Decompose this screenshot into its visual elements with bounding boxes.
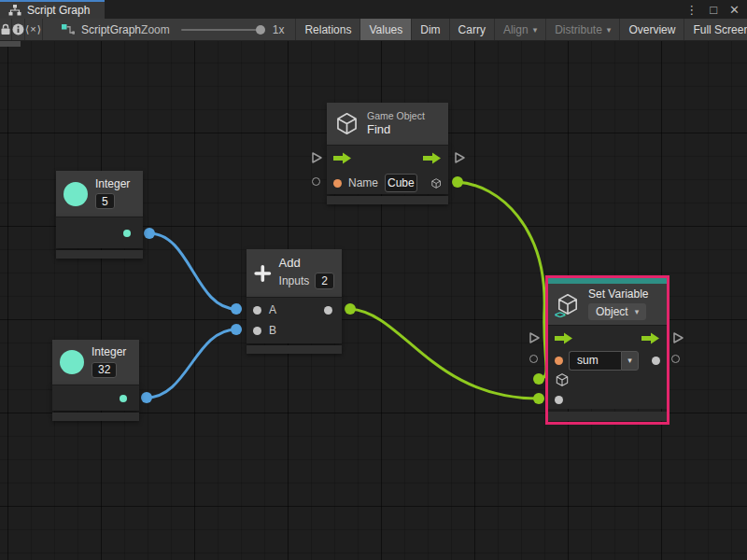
node-header[interactable]: Integer 5 (56, 171, 143, 217)
flow-out-arrow-icon[interactable] (423, 152, 442, 164)
variable-name-value: sum (569, 351, 621, 371)
input-port-object[interactable] (555, 372, 570, 387)
input-port-new-value[interactable] (555, 396, 563, 404)
toolbar-button-fullscreen[interactable]: Full Screen (684, 19, 747, 40)
node-footer (56, 250, 143, 259)
lock-icon (0, 23, 11, 35)
node-integer-a[interactable]: Integer 5 (56, 171, 143, 259)
inputs-count-field[interactable]: 2 (315, 273, 334, 289)
flow-in-arrow-icon[interactable] (333, 152, 352, 164)
wire-integer5-to-add-a[interactable] (149, 233, 236, 309)
node-footer (327, 196, 448, 204)
flow-in-arrow-icon[interactable] (555, 332, 573, 344)
wire-endpoint[interactable] (144, 228, 155, 239)
node-title: Add (279, 257, 301, 271)
graph-breadcrumb[interactable]: ScriptGraph (62, 19, 141, 40)
flow-in-port-triangle[interactable] (529, 331, 541, 344)
node-body (56, 217, 143, 248)
window-tab-bar: Script Graph ⋮ □ ✕ (0, 0, 747, 19)
input-port-name[interactable] (333, 179, 342, 188)
add-icon (254, 261, 272, 286)
node-gameobject-find[interactable]: Game Object Find Name Cube (327, 103, 448, 204)
node-header[interactable]: Integer 32 (52, 340, 139, 385)
node-title: Set Variable (588, 288, 648, 301)
node-title: Find (367, 123, 390, 137)
output-port-integer[interactable] (120, 395, 127, 402)
window-menu-icon[interactable]: ⋮ (685, 4, 698, 16)
wire-integer32-to-add-b[interactable] (147, 329, 236, 398)
node-integer-b[interactable]: Integer 32 (52, 340, 139, 421)
name-port-outer-circle[interactable] (312, 177, 320, 186)
flow-out-port-triangle[interactable] (454, 151, 466, 164)
node-header[interactable]: Game Object Find (327, 103, 448, 145)
input-port-b[interactable] (253, 327, 261, 335)
wire-endpoint[interactable] (452, 176, 463, 188)
zoom-control: Zoom 1x (141, 19, 284, 40)
output-port-integer[interactable] (123, 230, 131, 237)
edit-source-button[interactable]: ⟨×⟩ (25, 19, 43, 40)
button-label: Relations (304, 23, 351, 36)
flow-out-arrow-icon[interactable] (641, 332, 660, 344)
button-label: Align (503, 23, 529, 36)
graph-canvas[interactable]: Integer 5 Integer 32 (0, 41, 747, 560)
flow-in-port-triangle[interactable] (311, 151, 323, 164)
variable-angle-brackets-icon: <> (555, 309, 565, 320)
zoom-slider-knob[interactable] (256, 25, 265, 35)
canvas-corner-strip (0, 41, 21, 47)
integer-value-field[interactable]: 32 (92, 362, 117, 378)
lock-button[interactable] (0, 19, 12, 40)
node-header[interactable]: <> Set Variable Object ▾ (548, 284, 667, 325)
toolbar-button-align[interactable]: Align ▾ (494, 19, 545, 40)
toolbar-button-overview[interactable]: Overview (619, 19, 684, 40)
button-label: Values (369, 23, 402, 36)
input-port-variable-name[interactable] (555, 357, 563, 365)
wire-add-to-setvariable-value[interactable] (350, 309, 539, 399)
tab-title: Script Graph (27, 4, 90, 17)
gameobject-cube-icon (334, 111, 359, 136)
variable-name-port-outer-circle[interactable] (529, 355, 538, 363)
close-icon[interactable]: ✕ (729, 4, 740, 16)
output-port-gameobject[interactable] (430, 175, 442, 191)
graph-icon (62, 24, 75, 35)
value-output-port-outer-circle[interactable] (671, 355, 680, 363)
window-controls: ⋮ □ ✕ (685, 0, 740, 19)
wire-find-to-setvariable-object[interactable] (458, 182, 546, 379)
maximize-icon[interactable]: □ (710, 4, 717, 16)
integer-value-field[interactable]: 5 (95, 193, 115, 209)
variable-name-dropdown[interactable]: sum ▾ (569, 351, 639, 371)
wire-endpoint[interactable] (231, 303, 242, 315)
node-add[interactable]: Add Inputs 2 A B (247, 249, 342, 354)
integer-literal-icon (63, 182, 88, 206)
wire-endpoint[interactable] (231, 324, 242, 335)
toolbar-button-distribute[interactable]: Distribute ▾ (545, 19, 619, 40)
tab-script-graph[interactable]: Script Graph (0, 0, 105, 19)
output-port-value[interactable] (652, 357, 660, 365)
chevron-down-icon: ▾ (635, 307, 640, 316)
wire-endpoint[interactable] (533, 393, 544, 404)
wire-endpoint[interactable] (141, 392, 152, 403)
zoom-value: 1x (273, 23, 285, 36)
toolbar-button-dim[interactable]: Dim (411, 19, 448, 40)
name-value-field[interactable]: Cube (385, 174, 417, 192)
flow-out-port-triangle[interactable] (672, 331, 684, 344)
wire-endpoint[interactable] (533, 373, 544, 385)
info-button[interactable] (12, 19, 25, 40)
variable-scope-dropdown[interactable]: Object ▾ (588, 303, 646, 320)
button-label: Overview (628, 23, 675, 36)
zoom-slider[interactable] (181, 29, 263, 31)
toolbar-button-relations[interactable]: Relations (295, 19, 359, 40)
chevron-down-icon[interactable]: ▾ (621, 351, 639, 371)
chevron-down-icon: ▾ (533, 25, 538, 35)
node-set-variable[interactable]: <> Set Variable Object ▾ (545, 275, 669, 425)
code-icon: ⟨×⟩ (25, 23, 42, 35)
output-port-sum[interactable] (324, 306, 332, 315)
port-b-label: B (269, 324, 276, 337)
toolbar-button-carry[interactable]: Carry (449, 19, 494, 40)
integer-literal-icon (60, 350, 84, 374)
toolbar-button-values[interactable]: Values (359, 19, 411, 40)
node-body: Name Cube (327, 145, 448, 194)
wire-endpoint[interactable] (345, 303, 356, 315)
input-port-a[interactable] (253, 306, 261, 315)
node-header[interactable]: Add Inputs 2 (247, 249, 342, 297)
button-label: Carry (458, 23, 486, 36)
